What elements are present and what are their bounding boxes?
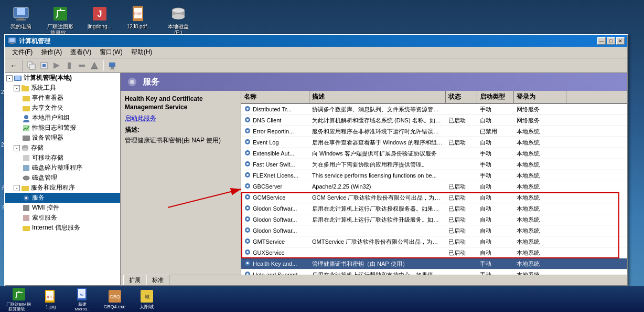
- tree-services[interactable]: 服务: [5, 193, 120, 203]
- tree-expand-root[interactable]: -: [6, 75, 13, 81]
- svg-point-52: [246, 108, 249, 110]
- back-button[interactable]: ←: [8, 60, 19, 71]
- tree-shared-folders[interactable]: 共享文件夹: [5, 103, 120, 113]
- list-row[interactable]: Event Log启用在事件查看器查看基于 Windows 的程序和组件须...…: [241, 137, 627, 148]
- toolbar-btn-3[interactable]: [51, 60, 62, 71]
- col-header-status[interactable]: 状态: [446, 91, 477, 103]
- tree-index-svc[interactable]: 索引服务: [5, 213, 120, 223]
- tree-services-apps[interactable]: - 服务和应用程序: [5, 183, 120, 193]
- close-button[interactable]: ✕: [616, 37, 625, 45]
- taskbar-btn-guanglian-bim[interactable]: 广 厂联达BIM钢 筋算量软...: [4, 285, 33, 312]
- list-row[interactable]: GBCServerApache/2.2.25 (Win32)已启动自动本地系统: [241, 181, 627, 192]
- service-login: 本地系统: [514, 226, 566, 236]
- tree-icon-wmi: [22, 204, 30, 212]
- desktop-icon-jingdong[interactable]: J jingdong...: [84, 5, 115, 36]
- service-startup: 已禁用: [477, 127, 514, 137]
- service-desc: 协调多个数据库、消息队列、文件系统等资源管理...: [309, 105, 446, 115]
- tree-icon-disk: [22, 174, 30, 182]
- service-startup: 手动: [477, 171, 514, 181]
- tree-removable[interactable]: 可移动存储: [5, 153, 120, 163]
- tree-wmi[interactable]: WMI 控件: [5, 203, 120, 213]
- service-name: Glodon Softwar...: [241, 214, 309, 225]
- tree-local-users[interactable]: 本地用户和组: [5, 113, 120, 123]
- desktop-icon-local-disk[interactable]: 本地磁盘 (F:): [163, 5, 194, 36]
- tree-expand-services[interactable]: -: [14, 185, 20, 191]
- tab-standard[interactable]: 标准: [146, 275, 169, 285]
- service-name: Distributed Tr...: [241, 104, 309, 115]
- service-startup: 自动: [477, 116, 514, 126]
- service-startup: 手动: [477, 105, 514, 115]
- desktop-icon-my-computer[interactable]: 我的电脑: [5, 5, 37, 36]
- tree-icon-root: [14, 74, 22, 82]
- toolbar-btn-2[interactable]: [38, 60, 50, 71]
- svg-point-78: [246, 251, 249, 253]
- tree-event-viewer[interactable]: 事件查看器: [5, 93, 120, 103]
- toolbar-btn-6[interactable]: [89, 60, 100, 71]
- list-row[interactable]: Glodon Softwar...启用在此计算机上运行厂联达授权服务器。如果停止…: [241, 203, 627, 214]
- svg-point-66: [246, 185, 249, 187]
- list-row[interactable]: Glodon Softwar...已启动自动本地系统: [241, 225, 627, 236]
- col-header-startup[interactable]: 启动类型: [477, 91, 514, 103]
- tree-defrag[interactable]: 磁盘碎片整理程序: [5, 163, 120, 173]
- list-row[interactable]: Distributed Tr...协调多个数据库、消息队列、文件系统等资源管理.…: [241, 104, 627, 115]
- start-service-link[interactable]: 启动此服务: [125, 114, 237, 123]
- col-header-login[interactable]: 登录为: [514, 91, 566, 103]
- list-row[interactable]: Error Reportin...服务和应用程序在非标准环境下运行时允许错误报告…: [241, 126, 627, 137]
- menu-help[interactable]: 帮助(H): [127, 47, 157, 58]
- menu-view[interactable]: 查看(V): [66, 47, 95, 58]
- list-row[interactable]: GCMServiceGCM Service 厂联达软件股份有限公司出品，为厂联.…: [241, 192, 627, 203]
- tree-icon-perf: [22, 124, 30, 132]
- local-disk-icon: [170, 5, 187, 22]
- toolbar-btn-7[interactable]: [106, 60, 118, 71]
- svg-text:广: 广: [55, 8, 66, 19]
- menu-file[interactable]: 文件(F): [8, 47, 37, 58]
- tree-perf-logs[interactable]: 性能日志和警报: [5, 123, 120, 133]
- maximize-button[interactable]: □: [607, 37, 615, 45]
- desktop-icon-guanglian[interactable]: 广 厂联达图形 算量软...: [45, 5, 76, 36]
- service-desc: Apache/2.2.25 (Win32): [309, 182, 446, 191]
- list-row[interactable]: Health Key and...管理健康证书和密钥（由 NAP 使用）手动本地…: [241, 258, 627, 269]
- list-row[interactable]: Fast User Swit...为在多用户下需要协助的应用程序提供管理。手动本…: [241, 159, 627, 170]
- list-body: Distributed Tr...协调多个数据库、消息队列、文件系统等资源管理.…: [241, 104, 627, 275]
- menu-window[interactable]: 窗口(W): [95, 47, 126, 58]
- list-row[interactable]: DNS Client为此计算机解析和缓存域名系统 (DNS) 名称。如果此...…: [241, 115, 627, 126]
- list-row[interactable]: Help and Support启用在此计算机上运行帮助和支持中心。如果停止服.…: [241, 269, 627, 275]
- list-row[interactable]: GUXService已启动自动本地系统: [241, 247, 627, 258]
- svg-rect-23: [79, 65, 85, 67]
- tree-root[interactable]: - 计算机管理(本地): [5, 73, 120, 83]
- tree-device-label: 设备管理器: [32, 133, 63, 142]
- service-status: 已启动: [446, 204, 477, 214]
- col-header-name[interactable]: 名称: [241, 91, 309, 103]
- tree-storage[interactable]: - 存储: [5, 143, 120, 153]
- taskbar-btn-microsoft[interactable]: W 新建 Micros...: [68, 285, 97, 312]
- taskbar-icon-microsoft: W: [76, 287, 90, 301]
- service-login: 本地系统: [514, 259, 566, 269]
- taskbar-btn-1jpg[interactable]: JPG 1.jpg: [36, 287, 65, 311]
- desktop-icon-12j8[interactable]: PDF 12J8.pdf...: [123, 5, 155, 36]
- minimize-button[interactable]: —: [597, 37, 606, 45]
- tree-iis[interactable]: Internet 信息服务: [5, 223, 120, 233]
- taskbar-icon-gbq4: GBQ: [108, 289, 122, 304]
- toolbar-btn-4[interactable]: [63, 60, 75, 71]
- tab-extended[interactable]: 扩展: [123, 275, 146, 285]
- menu-bar: 文件(F) 操作(A) 查看(V) 窗口(W) 帮助(H): [5, 47, 627, 58]
- toolbar-btn-1[interactable]: [26, 60, 37, 71]
- service-icon: [244, 182, 251, 191]
- list-row[interactable]: Glodon Softwar...启用在此计算机上运行厂联达软件升级服务。如果停…: [241, 214, 627, 225]
- tree-disk-mgmt[interactable]: 磁盘管理: [5, 173, 120, 183]
- taskbar-btn-gbq4[interactable]: GBQ GBQ4.exe: [100, 287, 129, 311]
- list-row[interactable]: FLEXnet Licens...This service performs l…: [241, 170, 627, 181]
- list-row[interactable]: Extensible Aut...向 Windows 客户端提供可扩展身份验证协…: [241, 148, 627, 159]
- toolbar-btn-5[interactable]: [76, 60, 88, 71]
- menu-action[interactable]: 操作(A): [37, 47, 66, 58]
- tree-expand-storage[interactable]: -: [14, 145, 20, 151]
- tree-device-mgr[interactable]: 设备管理器: [5, 133, 120, 143]
- tree-sys-tools[interactable]: - 系统工具: [5, 83, 120, 93]
- list-row[interactable]: GMTServiceGMTService 厂联达软件股份有限公司出品，为厂联达.…: [241, 236, 627, 247]
- service-status: [446, 152, 477, 154]
- svg-text:J: J: [98, 9, 102, 18]
- taskbar-btn-taiyangcheng[interactable]: 城 太阳城: [132, 287, 161, 311]
- col-header-desc[interactable]: 描述: [309, 91, 446, 103]
- tree-expand-sys[interactable]: -: [14, 85, 20, 91]
- service-status: 已启动: [446, 138, 477, 148]
